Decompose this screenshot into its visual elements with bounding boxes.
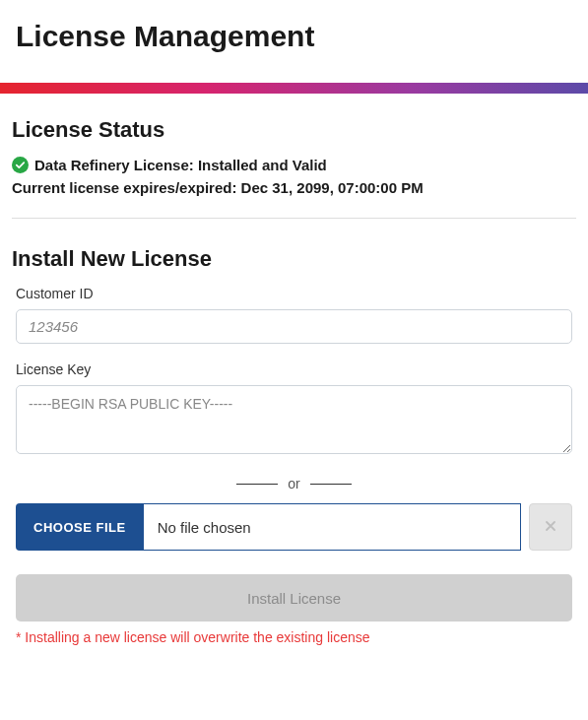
file-name-display[interactable]: No file chosen [144, 503, 521, 551]
close-icon [545, 518, 556, 536]
license-key-label: License Key [16, 361, 572, 377]
check-circle-icon [12, 157, 29, 173]
page-title: License Management [0, 0, 588, 83]
license-card: License Status Data Refinery License: In… [0, 94, 588, 675]
choose-file-button[interactable]: CHOOSE FILE [16, 503, 144, 551]
overwrite-warning: * Installing a new license will overwrit… [12, 629, 576, 665]
license-expiry-text: Current license expires/expired: Dec 31,… [12, 179, 576, 196]
accent-bar [0, 83, 588, 94]
customer-id-input[interactable] [16, 309, 572, 344]
license-status-text: Data Refinery License: Installed and Val… [34, 157, 327, 173]
or-text: or [288, 476, 299, 491]
customer-id-label: Customer ID [16, 286, 572, 301]
svg-point-0 [12, 157, 29, 173]
customer-id-group: Customer ID [12, 286, 576, 344]
status-row: Data Refinery License: Installed and Val… [12, 157, 576, 173]
separator-line-right [310, 484, 352, 485]
clear-file-button[interactable] [529, 503, 572, 551]
or-separator: or [12, 476, 576, 491]
status-heading: License Status [12, 117, 576, 143]
separator-line-left [236, 484, 278, 485]
section-divider [12, 218, 576, 219]
license-key-group: License Key [12, 361, 576, 458]
license-key-textarea[interactable] [16, 385, 572, 454]
install-license-button[interactable]: Install License [16, 574, 572, 622]
install-heading: Install New License [12, 246, 576, 272]
file-picker-row: CHOOSE FILE No file chosen [12, 503, 576, 551]
